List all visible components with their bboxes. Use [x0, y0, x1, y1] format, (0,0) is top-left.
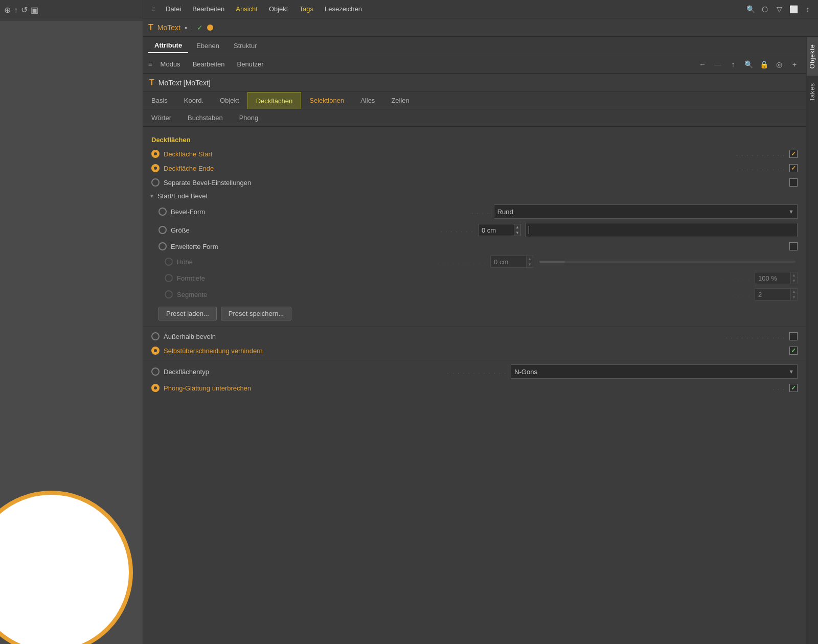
right-sidebar: Objekte Takes [806, 37, 818, 644]
input-segmente[interactable] [755, 288, 790, 301]
checkbox-ausserhalb-beveln[interactable] [789, 332, 798, 340]
radio-erweiterte-form[interactable] [158, 242, 167, 250]
radio-segmente[interactable] [165, 290, 173, 298]
prop-deckflachentyp: Deckflächentyp . . . . . . . . . . . . N… [143, 362, 806, 381]
tab-zeilen[interactable]: Zeilen [383, 92, 417, 109]
tab-objekt[interactable]: Objekt [212, 92, 247, 109]
spinner-formtiefe[interactable]: ▲ ▼ [790, 272, 798, 284]
radio-deckflache-ende[interactable] [151, 164, 160, 172]
spinner-up-hohe[interactable]: ▲ [527, 256, 533, 262]
slider-hohe[interactable] [539, 261, 796, 263]
tab-selektionen[interactable]: Selektionen [301, 92, 352, 109]
frame-icon[interactable]: ▣ [31, 5, 38, 15]
menu-objekt[interactable]: Objekt [264, 3, 293, 15]
search-icon[interactable]: 🔍 [744, 3, 757, 15]
circle-icon[interactable]: ◎ [773, 58, 785, 71]
lock-icon[interactable]: 🔒 [758, 58, 770, 71]
filter-icon[interactable]: ▽ [773, 3, 785, 15]
grosse-wide-input[interactable] [525, 223, 798, 237]
menu-bearbeiten[interactable]: Bearbeiten [187, 3, 230, 15]
checkbox-deckflache-start[interactable] [789, 150, 798, 158]
prop-ausserhalb-beveln: Außerhalb beveln . . . . . . . . . . . . [143, 329, 806, 343]
radio-separate-bevel[interactable] [151, 178, 160, 187]
label-separate-bevel: Separate Bevel-Einstellungen [164, 179, 785, 187]
dots-segmente: . . . . . [727, 291, 751, 297]
plus-icon[interactable]: + [788, 58, 801, 71]
label-deckflache-ende: Deckfläche Ende [164, 165, 732, 172]
dots-deckflache-ende: . . . . . . . . . . [736, 165, 785, 171]
move-icon[interactable]: ⊕ [4, 5, 11, 15]
dots-grosse: . . . . . . . [440, 227, 474, 233]
tab-deckflachen[interactable]: Deckflächen [247, 92, 302, 109]
tab-attribute[interactable]: Attribute [148, 38, 188, 53]
radio-selbstuberschneidung[interactable] [151, 347, 160, 355]
up-icon[interactable]: ↑ [14, 6, 18, 15]
spinner-grosse[interactable]: ▲ ▼ [514, 224, 521, 236]
radio-hohe[interactable] [165, 258, 173, 266]
dropdown-bevel-form[interactable]: Rund ▼ [494, 204, 798, 219]
menu-ansicht[interactable]: Ansicht [231, 3, 263, 15]
dropdown-deckflachentyp[interactable]: N-Gons ▼ [511, 364, 798, 379]
tab-buchstaben[interactable]: Buchstaben [179, 109, 231, 126]
radio-bevel-form[interactable] [158, 208, 167, 216]
checkbox-phong-glattung[interactable] [789, 384, 798, 392]
spinner-down-hohe[interactable]: ▼ [527, 262, 533, 267]
input-hohe[interactable] [490, 256, 526, 268]
shape-icon[interactable]: ⬡ [759, 3, 771, 15]
spinner-up-segmente[interactable]: ▲ [791, 289, 797, 294]
sidebar-objekte-tab[interactable]: Objekte [807, 37, 818, 76]
radio-phong-glattung[interactable] [151, 384, 160, 392]
up-arrow-icon[interactable]: ↑ [727, 58, 739, 71]
radio-formtiefe[interactable] [165, 274, 173, 282]
radio-ausserhalb-beveln[interactable] [151, 332, 160, 340]
properties-content: Deckflächen Deckfläche Start . . . . . .… [143, 127, 806, 644]
spinner-down-grosse[interactable]: ▼ [514, 230, 520, 236]
resize-icon[interactable]: ↕ [802, 3, 814, 15]
modus-btn[interactable]: Modus [156, 59, 185, 70]
sidebar-takes-tab[interactable]: Takes [807, 76, 818, 108]
square-icon[interactable]: ⬜ [787, 3, 800, 15]
radio-deckflachentyp[interactable] [151, 367, 160, 376]
tab-phong[interactable]: Phong [231, 109, 267, 126]
spinner-up-formtiefe[interactable]: ▲ [791, 272, 797, 278]
rotate-icon[interactable]: ↺ [21, 5, 28, 15]
preset-speichern-btn[interactable]: Preset speichern... [221, 307, 291, 320]
tab-alles[interactable]: Alles [352, 92, 383, 109]
preset-laden-btn[interactable]: Preset laden... [158, 307, 217, 320]
dots-ausserhalb-beveln: . . . . . . . . . . . . [726, 333, 785, 339]
spinner-segmente[interactable]: ▲ ▼ [790, 288, 798, 301]
spinner-up-grosse[interactable]: ▲ [514, 224, 520, 230]
tab-koord[interactable]: Koord. [176, 92, 212, 109]
label-selbstuberschneidung: Selbstüberschneidung verhindern [164, 347, 785, 355]
square-small-icon: ▪ [185, 24, 187, 32]
input-formtiefe[interactable] [755, 272, 790, 284]
checkbox-deckflache-ende[interactable] [789, 164, 798, 172]
separator-2 [143, 360, 806, 360]
tab-worter[interactable]: Wörter [143, 109, 179, 126]
prop-selbstuberschneidung: Selbstüberschneidung verhindern [143, 343, 806, 358]
menu-lesezeichen[interactable]: Lesezeichen [320, 3, 367, 15]
spinner-hohe[interactable]: ▲ ▼ [526, 256, 533, 268]
back-arrow-icon[interactable]: ← [696, 58, 709, 71]
bearbeiten-btn[interactable]: Bearbeiten [189, 59, 229, 70]
panel-hamburger-icon[interactable]: ≡ [148, 60, 152, 68]
tab-struktur[interactable]: Struktur [228, 39, 263, 53]
collapsible-bevel[interactable]: ▼ Start/Ende Bevel [143, 190, 806, 202]
radio-deckflache-start[interactable] [151, 150, 160, 158]
input-grosse[interactable] [478, 224, 514, 236]
checkbox-selbstuberschneidung[interactable] [789, 347, 798, 355]
menu-tags[interactable]: Tags [294, 3, 318, 15]
tab-ebenen[interactable]: Ebenen [190, 39, 225, 53]
radio-grosse[interactable] [158, 226, 167, 234]
benutzer-btn[interactable]: Benutzer [233, 59, 268, 70]
spinner-down-formtiefe[interactable]: ▼ [791, 278, 797, 284]
spinner-down-segmente[interactable]: ▼ [791, 294, 797, 300]
search2-icon[interactable]: 🔍 [742, 58, 755, 71]
checkbox-separate-bevel[interactable] [789, 178, 798, 187]
attr-tabs: Attribute Ebenen Struktur [143, 37, 806, 55]
checkbox-erweiterte-form[interactable] [789, 242, 798, 250]
menu-hamburger-icon[interactable]: ≡ [147, 3, 160, 15]
menu-datei[interactable]: Datei [161, 3, 186, 15]
tab-basis[interactable]: Basis [143, 92, 176, 109]
menu-bar: ≡ Datei Bearbeiten Ansicht Objekt Tags L… [143, 0, 818, 18]
